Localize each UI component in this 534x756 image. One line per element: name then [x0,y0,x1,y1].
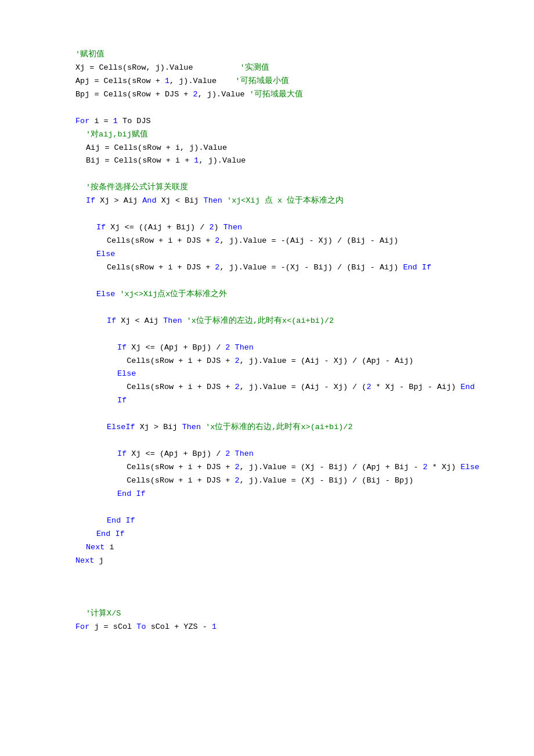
code-line: If [75,394,499,408]
code-line [75,208,499,221]
code-line: End If [75,514,499,528]
code-line: End If [75,488,499,501]
code-line: Else 'xj<>Xij点x位于本标准之外 [75,288,499,301]
code-line [75,501,499,514]
code-line: '赋初值 [75,48,499,62]
code-line: Cells(sRow + i + DJS + 2, j).Value = (Ai… [75,355,499,368]
code-line: Else [75,368,499,381]
code-line: '计算X/S [75,607,499,621]
code-line [75,581,499,594]
code-line [75,301,499,315]
code-line: If Xj <= ((Aij + Bij) / 2) Then [75,221,499,235]
code-line: If Xj <= (Apj + Bpj) / 2 Then [75,341,499,355]
code-line [75,594,499,607]
code-line: Xj = Cells(sRow, j).Value '实测值 [75,62,499,75]
code-line [75,408,499,421]
code-line [75,434,499,448]
code-viewer: '赋初值Xj = Cells(sRow, j).Value '实测值Apj = … [75,35,499,634]
code-line: Aij = Cells(sRow + i, j).Value [75,142,499,155]
code-line: Cells(sRow + i + DJS + 2, j).Value = -(X… [75,261,499,275]
code-line: '按条件选择公式计算关联度 [75,181,499,195]
code-line: If Xj < Aij Then 'x位于标准的左边,此时有x<(ai+bi)/… [75,315,499,328]
code-line: Cells(sRow + i + DJS + 2, j).Value = -(A… [75,235,499,248]
code-line: For i = 1 To DJS [75,115,499,128]
code-line: For j = sCol To sCol + YZS - 1 [75,621,499,634]
code-line: Cells(sRow + i + DJS + 2, j).Value = (Ai… [75,381,499,394]
code-line: Bij = Cells(sRow + i + 1, j).Value [75,154,499,168]
code-line [75,275,499,288]
code-line: End If [75,528,499,541]
code-line [75,168,499,181]
code-line: Apj = Cells(sRow + 1, j).Value '可拓域最小值 [75,75,499,88]
code-line: Next i [75,541,499,555]
code-line: '对aij,bij赋值 [75,128,499,142]
code-line: Next j [75,555,499,568]
code-line: If Xj <= (Apj + Bpj) / 2 Then [75,448,499,461]
code-line: ElseIf Xj > Bij Then 'x位于标准的右边,此时有x>(ai+… [75,421,499,434]
code-line: If Xj > Aij And Xj < Bij Then 'xj<Xij 点 … [75,195,499,208]
code-line [75,102,499,115]
code-line: Else [75,248,499,261]
code-line [75,328,499,341]
code-line: Cells(sRow + i + DJS + 2, j).Value = (Xj… [75,461,499,474]
code-line: Bpj = Cells(sRow + DJS + 2, j).Value '可拓… [75,88,499,102]
code-line [75,568,499,581]
code-line: Cells(sRow + i + DJS + 2, j).Value = (Xj… [75,474,499,488]
